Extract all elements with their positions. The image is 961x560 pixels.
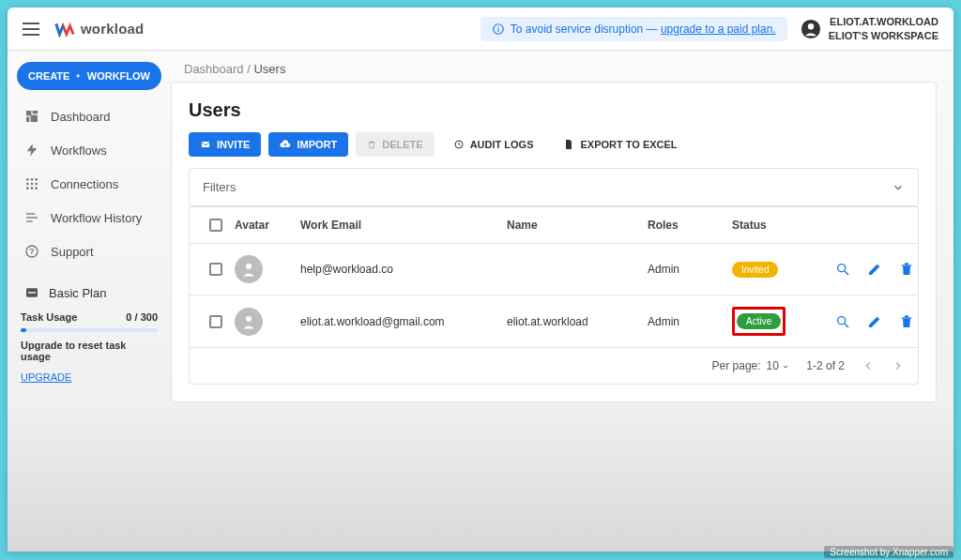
task-usage-value: 0 / 300 [126,311,158,323]
svg-point-1 [497,26,498,27]
sidebar-item-workflows[interactable]: Workflows [17,133,161,167]
sidebar-item-label: Workflow History [51,211,142,225]
svg-point-12 [26,183,29,186]
cell-role: Admin [648,315,732,328]
chevron-down-icon [892,181,905,194]
cell-email: help@workload.co [300,263,507,276]
svg-rect-7 [26,117,29,122]
svg-point-17 [35,187,38,189]
import-button[interactable]: IMPORT [268,132,348,157]
screenshot-credit: Screenshot by Xnapper.com [824,546,953,558]
svg-point-28 [838,265,846,272]
highlight-annotation: Active [732,307,786,336]
workspace-name: ELIOT'S WORKSPACE [829,29,938,42]
sidebar-item-label: Workflows [51,144,107,158]
cell-email: eliot.at.workload@gmail.com [300,315,507,328]
per-page-label: Per page: [712,359,761,372]
view-icon[interactable] [835,262,850,277]
brand-logo[interactable]: workload [54,19,144,39]
prev-page-icon[interactable] [862,359,875,372]
col-email: Work Email [300,219,507,232]
row-checkbox[interactable] [209,263,222,276]
user-name: ELIOT.AT.WORKLOAD [829,15,938,28]
col-status: Status [732,219,835,232]
edit-icon[interactable] [867,262,882,277]
svg-rect-6 [33,111,38,114]
plan-icon [24,285,39,300]
delete-icon[interactable] [899,262,914,277]
list-icon [24,210,39,225]
sidebar-item-connections[interactable]: Connections [17,167,161,201]
workload-logo-icon [54,19,75,39]
grid-icon [24,176,39,191]
svg-point-27 [246,264,252,269]
col-avatar: Avatar [235,219,300,232]
table-row: help@workload.co Admin Invited [190,243,918,295]
upgrade-banner-link[interactable]: upgrade to a paid plan. [661,23,776,36]
next-page-icon[interactable] [892,359,905,372]
svg-rect-35 [902,317,912,318]
sidebar: CREATE WORKFLOW Dashboard Workflows Conn… [8,51,171,552]
dashboard-icon [24,109,39,124]
audit-logs-button[interactable]: AUDIT LOGS [442,132,545,157]
export-excel-button[interactable]: EXPORT TO EXCEL [552,132,688,157]
brand-text: workload [81,21,144,37]
person-icon [240,261,257,278]
sidebar-item-label: Dashboard [51,110,111,124]
view-icon[interactable] [835,314,850,329]
row-checkbox[interactable] [209,315,222,328]
filters-panel[interactable]: Filters [189,168,919,206]
breadcrumb-root[interactable]: Dashboard [184,62,244,76]
page-title: Users [189,99,919,121]
svg-point-14 [35,183,38,186]
upgrade-reset-text: Upgrade to reset task usage [17,336,161,366]
delete-button: DELETE [356,132,434,157]
col-roles: Roles [648,219,732,232]
info-icon [492,23,505,36]
svg-point-9 [26,178,29,181]
table-row: eliot.at.workload@gmail.com eliot.at.wor… [190,295,918,347]
svg-line-29 [845,271,848,275]
plan-section: Basic Plan Task Usage 0 / 300 Upgrade to… [17,276,161,388]
users-table: Avatar Work Email Name Roles Status help… [189,206,919,385]
delete-icon[interactable] [899,314,914,329]
svg-rect-25 [202,142,209,147]
svg-rect-19 [26,217,38,218]
sidebar-item-label: Connections [51,177,118,191]
sidebar-item-workflow-history[interactable]: Workflow History [17,201,161,235]
sidebar-item-support[interactable]: ? Support [17,235,161,268]
svg-rect-18 [26,213,35,214]
svg-rect-20 [26,220,33,221]
bolt-icon [24,143,39,158]
sidebar-item-dashboard[interactable]: Dashboard [17,99,161,133]
cell-role: Admin [648,263,732,276]
upgrade-banner[interactable]: To avoid service disruption — upgrade to… [480,17,787,41]
plan-title: Basic Plan [49,286,106,300]
pagination: Per page: 10 1-2 of 2 [190,347,918,384]
mail-icon [200,140,211,149]
svg-point-11 [35,178,38,181]
svg-point-15 [26,187,29,189]
per-page-select[interactable]: 10 [767,359,790,372]
svg-rect-30 [902,265,912,265]
edit-icon[interactable] [867,314,882,329]
create-workflow-button[interactable]: CREATE WORKFLOW [17,62,161,90]
avatar [235,255,263,283]
upgrade-link[interactable]: UPGRADE [17,366,75,388]
breadcrumb: Dashboard / Users [171,62,937,76]
trash-icon [367,139,376,150]
status-badge: Invited [732,262,778,278]
svg-point-13 [31,183,34,186]
table-header: Avatar Work Email Name Roles Status [190,206,918,243]
cloud-upload-icon [280,139,291,150]
select-all-checkbox[interactable] [209,219,222,232]
cell-name: eliot.at.workload [507,315,648,328]
history-icon [453,139,465,150]
task-usage-progress [21,328,158,332]
menu-icon[interactable] [23,23,39,36]
sidebar-item-label: Support [51,245,94,259]
svg-text:?: ? [29,247,34,256]
invite-button[interactable]: INVITE [189,132,261,157]
svg-line-34 [845,324,848,327]
user-menu[interactable]: ELIOT.AT.WORKLOAD ELIOT'S WORKSPACE [801,15,938,42]
